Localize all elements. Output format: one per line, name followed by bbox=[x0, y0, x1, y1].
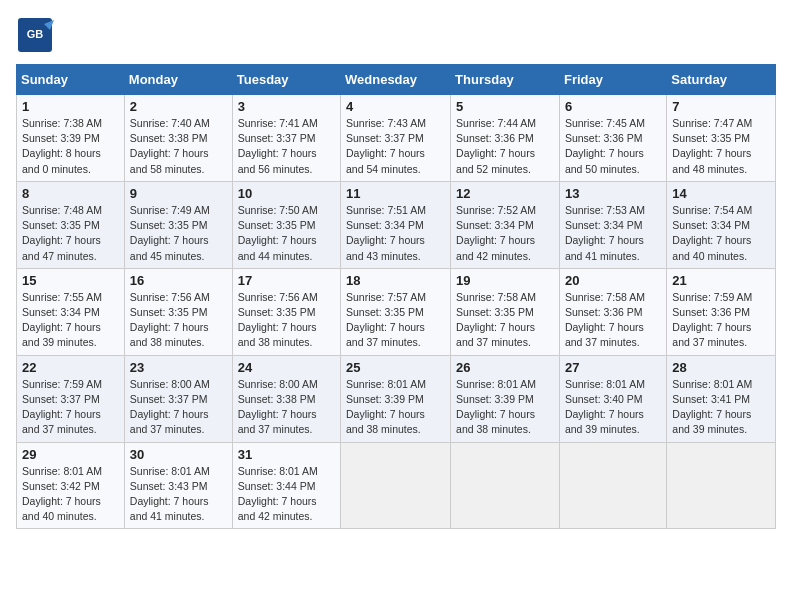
day-detail: Sunrise: 8:01 AMSunset: 3:39 PMDaylight:… bbox=[456, 378, 536, 436]
calendar-cell: 4Sunrise: 7:43 AMSunset: 3:37 PMDaylight… bbox=[341, 95, 451, 182]
calendar-cell: 20Sunrise: 7:58 AMSunset: 3:36 PMDayligh… bbox=[559, 268, 666, 355]
calendar-cell: 17Sunrise: 7:56 AMSunset: 3:35 PMDayligh… bbox=[232, 268, 340, 355]
calendar-cell: 1Sunrise: 7:38 AMSunset: 3:39 PMDaylight… bbox=[17, 95, 125, 182]
day-number: 23 bbox=[130, 360, 227, 375]
day-detail: Sunrise: 7:48 AMSunset: 3:35 PMDaylight:… bbox=[22, 204, 102, 262]
calendar-cell: 24Sunrise: 8:00 AMSunset: 3:38 PMDayligh… bbox=[232, 355, 340, 442]
day-number: 11 bbox=[346, 186, 445, 201]
day-detail: Sunrise: 7:59 AMSunset: 3:36 PMDaylight:… bbox=[672, 291, 752, 349]
day-detail: Sunrise: 8:00 AMSunset: 3:37 PMDaylight:… bbox=[130, 378, 210, 436]
calendar-cell: 10Sunrise: 7:50 AMSunset: 3:35 PMDayligh… bbox=[232, 181, 340, 268]
day-number: 16 bbox=[130, 273, 227, 288]
day-number: 3 bbox=[238, 99, 335, 114]
day-detail: Sunrise: 7:43 AMSunset: 3:37 PMDaylight:… bbox=[346, 117, 426, 175]
day-number: 25 bbox=[346, 360, 445, 375]
calendar-cell: 21Sunrise: 7:59 AMSunset: 3:36 PMDayligh… bbox=[667, 268, 776, 355]
day-number: 24 bbox=[238, 360, 335, 375]
day-detail: Sunrise: 7:57 AMSunset: 3:35 PMDaylight:… bbox=[346, 291, 426, 349]
day-detail: Sunrise: 7:50 AMSunset: 3:35 PMDaylight:… bbox=[238, 204, 318, 262]
calendar-cell: 30Sunrise: 8:01 AMSunset: 3:43 PMDayligh… bbox=[124, 442, 232, 529]
calendar-header-row: SundayMondayTuesdayWednesdayThursdayFrid… bbox=[17, 65, 776, 95]
calendar-cell: 3Sunrise: 7:41 AMSunset: 3:37 PMDaylight… bbox=[232, 95, 340, 182]
day-detail: Sunrise: 7:51 AMSunset: 3:34 PMDaylight:… bbox=[346, 204, 426, 262]
day-number: 8 bbox=[22, 186, 119, 201]
day-number: 31 bbox=[238, 447, 335, 462]
day-detail: Sunrise: 8:01 AMSunset: 3:43 PMDaylight:… bbox=[130, 465, 210, 523]
day-number: 28 bbox=[672, 360, 770, 375]
day-number: 17 bbox=[238, 273, 335, 288]
calendar-cell: 8Sunrise: 7:48 AMSunset: 3:35 PMDaylight… bbox=[17, 181, 125, 268]
logo: GB bbox=[16, 16, 58, 54]
day-detail: Sunrise: 8:01 AMSunset: 3:39 PMDaylight:… bbox=[346, 378, 426, 436]
calendar-cell bbox=[341, 442, 451, 529]
day-detail: Sunrise: 7:38 AMSunset: 3:39 PMDaylight:… bbox=[22, 117, 102, 175]
day-detail: Sunrise: 8:00 AMSunset: 3:38 PMDaylight:… bbox=[238, 378, 318, 436]
calendar-week-row: 29Sunrise: 8:01 AMSunset: 3:42 PMDayligh… bbox=[17, 442, 776, 529]
day-number: 1 bbox=[22, 99, 119, 114]
day-detail: Sunrise: 8:01 AMSunset: 3:41 PMDaylight:… bbox=[672, 378, 752, 436]
day-number: 29 bbox=[22, 447, 119, 462]
day-number: 15 bbox=[22, 273, 119, 288]
calendar-cell: 27Sunrise: 8:01 AMSunset: 3:40 PMDayligh… bbox=[559, 355, 666, 442]
day-detail: Sunrise: 7:49 AMSunset: 3:35 PMDaylight:… bbox=[130, 204, 210, 262]
calendar-cell: 22Sunrise: 7:59 AMSunset: 3:37 PMDayligh… bbox=[17, 355, 125, 442]
calendar-cell: 7Sunrise: 7:47 AMSunset: 3:35 PMDaylight… bbox=[667, 95, 776, 182]
day-detail: Sunrise: 7:47 AMSunset: 3:35 PMDaylight:… bbox=[672, 117, 752, 175]
day-number: 9 bbox=[130, 186, 227, 201]
header-thursday: Thursday bbox=[451, 65, 560, 95]
day-number: 4 bbox=[346, 99, 445, 114]
day-detail: Sunrise: 7:56 AMSunset: 3:35 PMDaylight:… bbox=[130, 291, 210, 349]
calendar-cell: 12Sunrise: 7:52 AMSunset: 3:34 PMDayligh… bbox=[451, 181, 560, 268]
calendar-cell: 9Sunrise: 7:49 AMSunset: 3:35 PMDaylight… bbox=[124, 181, 232, 268]
calendar-week-row: 8Sunrise: 7:48 AMSunset: 3:35 PMDaylight… bbox=[17, 181, 776, 268]
calendar-cell: 18Sunrise: 7:57 AMSunset: 3:35 PMDayligh… bbox=[341, 268, 451, 355]
day-number: 22 bbox=[22, 360, 119, 375]
calendar-cell: 5Sunrise: 7:44 AMSunset: 3:36 PMDaylight… bbox=[451, 95, 560, 182]
day-detail: Sunrise: 7:58 AMSunset: 3:35 PMDaylight:… bbox=[456, 291, 536, 349]
day-detail: Sunrise: 7:45 AMSunset: 3:36 PMDaylight:… bbox=[565, 117, 645, 175]
header-sunday: Sunday bbox=[17, 65, 125, 95]
day-number: 19 bbox=[456, 273, 554, 288]
calendar-cell: 28Sunrise: 8:01 AMSunset: 3:41 PMDayligh… bbox=[667, 355, 776, 442]
day-detail: Sunrise: 7:44 AMSunset: 3:36 PMDaylight:… bbox=[456, 117, 536, 175]
day-detail: Sunrise: 7:40 AMSunset: 3:38 PMDaylight:… bbox=[130, 117, 210, 175]
day-number: 2 bbox=[130, 99, 227, 114]
calendar-week-row: 1Sunrise: 7:38 AMSunset: 3:39 PMDaylight… bbox=[17, 95, 776, 182]
calendar-cell bbox=[451, 442, 560, 529]
day-detail: Sunrise: 7:41 AMSunset: 3:37 PMDaylight:… bbox=[238, 117, 318, 175]
svg-text:GB: GB bbox=[27, 28, 44, 40]
day-number: 5 bbox=[456, 99, 554, 114]
day-detail: Sunrise: 7:52 AMSunset: 3:34 PMDaylight:… bbox=[456, 204, 536, 262]
calendar-cell bbox=[667, 442, 776, 529]
day-detail: Sunrise: 8:01 AMSunset: 3:42 PMDaylight:… bbox=[22, 465, 102, 523]
calendar-cell: 26Sunrise: 8:01 AMSunset: 3:39 PMDayligh… bbox=[451, 355, 560, 442]
header-monday: Monday bbox=[124, 65, 232, 95]
header-saturday: Saturday bbox=[667, 65, 776, 95]
calendar-cell: 13Sunrise: 7:53 AMSunset: 3:34 PMDayligh… bbox=[559, 181, 666, 268]
day-detail: Sunrise: 7:53 AMSunset: 3:34 PMDaylight:… bbox=[565, 204, 645, 262]
day-number: 20 bbox=[565, 273, 661, 288]
header-tuesday: Tuesday bbox=[232, 65, 340, 95]
day-number: 27 bbox=[565, 360, 661, 375]
calendar-table: SundayMondayTuesdayWednesdayThursdayFrid… bbox=[16, 64, 776, 529]
day-number: 21 bbox=[672, 273, 770, 288]
day-number: 12 bbox=[456, 186, 554, 201]
calendar-cell: 31Sunrise: 8:01 AMSunset: 3:44 PMDayligh… bbox=[232, 442, 340, 529]
logo-icon: GB bbox=[16, 16, 54, 54]
day-detail: Sunrise: 7:58 AMSunset: 3:36 PMDaylight:… bbox=[565, 291, 645, 349]
day-detail: Sunrise: 7:59 AMSunset: 3:37 PMDaylight:… bbox=[22, 378, 102, 436]
header: GB bbox=[16, 16, 776, 54]
day-detail: Sunrise: 7:54 AMSunset: 3:34 PMDaylight:… bbox=[672, 204, 752, 262]
day-detail: Sunrise: 7:55 AMSunset: 3:34 PMDaylight:… bbox=[22, 291, 102, 349]
calendar-cell: 2Sunrise: 7:40 AMSunset: 3:38 PMDaylight… bbox=[124, 95, 232, 182]
calendar-cell: 11Sunrise: 7:51 AMSunset: 3:34 PMDayligh… bbox=[341, 181, 451, 268]
day-number: 7 bbox=[672, 99, 770, 114]
calendar-cell: 25Sunrise: 8:01 AMSunset: 3:39 PMDayligh… bbox=[341, 355, 451, 442]
calendar-cell: 16Sunrise: 7:56 AMSunset: 3:35 PMDayligh… bbox=[124, 268, 232, 355]
calendar-cell bbox=[559, 442, 666, 529]
calendar-week-row: 22Sunrise: 7:59 AMSunset: 3:37 PMDayligh… bbox=[17, 355, 776, 442]
day-number: 30 bbox=[130, 447, 227, 462]
calendar-cell: 14Sunrise: 7:54 AMSunset: 3:34 PMDayligh… bbox=[667, 181, 776, 268]
calendar-cell: 6Sunrise: 7:45 AMSunset: 3:36 PMDaylight… bbox=[559, 95, 666, 182]
day-detail: Sunrise: 7:56 AMSunset: 3:35 PMDaylight:… bbox=[238, 291, 318, 349]
